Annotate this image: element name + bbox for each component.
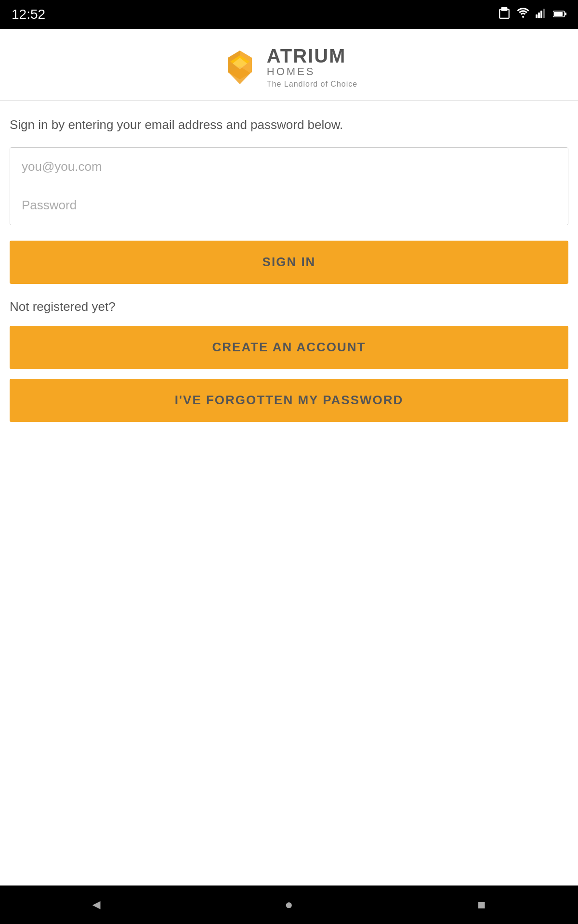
- wifi-icon: [516, 8, 530, 21]
- not-registered-text: Not registered yet?: [10, 299, 568, 314]
- nav-recent-button[interactable]: ■: [467, 890, 496, 919]
- status-bar: 12:52: [0, 0, 578, 29]
- svg-rect-5: [554, 12, 563, 16]
- status-time: 12:52: [12, 7, 45, 22]
- header: ATRIUM HOMES The Landlord of Choice: [0, 29, 578, 101]
- logo-text: ATRIUM HOMES The Landlord of Choice: [267, 46, 357, 89]
- brand-name-homes: HOMES: [267, 65, 357, 78]
- brand-name-atrium: ATRIUM: [267, 46, 357, 65]
- svg-rect-2: [540, 11, 542, 18]
- main-content: Sign in by entering your email address a…: [0, 101, 578, 886]
- nav-home-button[interactable]: ●: [275, 890, 303, 919]
- signal-icon: [536, 8, 547, 21]
- forgot-password-button[interactable]: I'VE FORGOTTEN MY PASSWORD: [10, 379, 568, 422]
- login-form: [10, 147, 568, 225]
- nav-back-button[interactable]: ◄: [82, 890, 111, 919]
- create-account-button[interactable]: CREATE AN ACCOUNT: [10, 326, 568, 369]
- email-input[interactable]: [10, 148, 568, 186]
- svg-rect-0: [536, 14, 538, 18]
- clipboard-icon: [498, 7, 511, 22]
- sign-in-button[interactable]: SIGN IN: [10, 241, 568, 284]
- svg-rect-6: [565, 13, 566, 15]
- svg-rect-1: [538, 13, 540, 18]
- nav-bar: ◄ ● ■: [0, 886, 578, 924]
- logo-container: ATRIUM HOMES The Landlord of Choice: [221, 46, 357, 89]
- status-icons: [498, 7, 566, 22]
- signin-instruction: Sign in by entering your email address a…: [10, 116, 568, 133]
- brand-logo-icon: [221, 48, 259, 87]
- svg-rect-3: [543, 9, 545, 18]
- brand-tagline: The Landlord of Choice: [267, 80, 357, 89]
- battery-icon: [553, 8, 566, 21]
- password-input[interactable]: [10, 186, 568, 225]
